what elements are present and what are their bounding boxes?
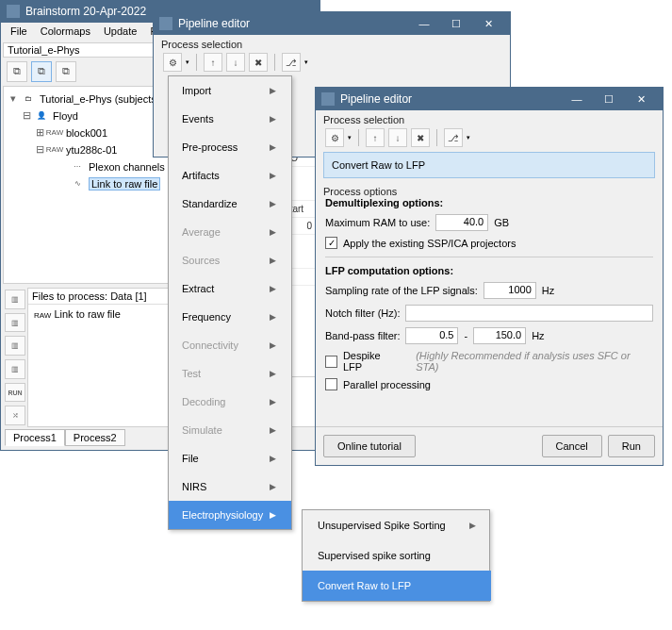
menu-item-frequency[interactable]: Frequency▶ — [169, 303, 291, 331]
run-button[interactable]: RUN — [5, 383, 25, 403]
menu-item-label: Sources — [182, 255, 220, 266]
pipeline-tree-icon[interactable]: ⎇ — [444, 128, 463, 147]
cancel-button[interactable]: Cancel — [542, 435, 602, 457]
online-tutorial-button[interactable]: Online tutorial — [323, 435, 416, 457]
move-up-icon[interactable]: ↑ — [204, 53, 222, 72]
gear-icon[interactable]: ⚙ — [325, 128, 344, 147]
db-conditions-button[interactable]: ⧉ — [56, 61, 76, 82]
max-ram-input[interactable]: 40.0 — [435, 214, 488, 231]
gear-icon[interactable]: ⚙ — [163, 53, 182, 72]
demux-heading: Demultiplexing options: — [325, 197, 653, 208]
menu-file[interactable]: File — [5, 24, 33, 39]
menu-item-label: Simulate — [182, 424, 222, 436]
side-btn-1[interactable]: ▥ — [5, 290, 25, 309]
side-btn-5[interactable]: ⤭ — [5, 406, 25, 425]
selected-process[interactable]: Convert Raw to LFP — [323, 152, 655, 178]
menu-item-events[interactable]: Events▶ — [169, 105, 291, 133]
notch-filter-input[interactable] — [405, 305, 653, 322]
tab-process2[interactable]: Process2 — [65, 429, 125, 446]
menu-item-label: NIRS — [182, 481, 206, 492]
submenu-arrow-icon: ▶ — [270, 312, 276, 322]
menu-item-label: Connectivity — [182, 340, 238, 351]
tree-block[interactable]: block001 — [66, 127, 107, 139]
tree-channels[interactable]: Plexon channels — [89, 161, 165, 173]
close-button[interactable]: ✕ — [472, 12, 504, 35]
submenu-item-supervised-spike-sorting[interactable]: Supervised spike sorting — [303, 540, 491, 571]
submenu-arrow-icon: ▶ — [270, 199, 276, 208]
max-ram-label: Maximum RAM to use: — [325, 217, 430, 228]
maximize-button[interactable]: ☐ — [440, 12, 472, 35]
electrophysiology-submenu: Unsupervised Spike Sorting▶Supervised sp… — [302, 509, 490, 602]
link-icon: ∿ — [68, 177, 87, 191]
apply-projectors-checkbox[interactable]: ✓ — [325, 237, 337, 249]
submenu-arrow-icon: ▶ — [270, 142, 276, 152]
file-list-item[interactable]: Link to raw file — [54, 308, 120, 320]
tree-root[interactable]: Tutorial_e-Phys (subjects) — [40, 93, 159, 105]
bandpass-sep: - — [464, 330, 467, 341]
submenu-arrow-icon: ▶ — [270, 397, 276, 406]
bandpass-high-input[interactable]: 150.0 — [473, 327, 526, 344]
run-button[interactable]: Run — [608, 435, 655, 457]
submenu-item-label: Unsupervised Spike Sorting — [318, 520, 446, 531]
menu-item-standardize[interactable]: Standardize▶ — [169, 190, 291, 218]
tree-subject[interactable]: Floyd — [53, 110, 78, 122]
remove-icon[interactable]: ✖ — [249, 53, 268, 72]
selected-process-label: Convert Raw to LFP — [332, 159, 425, 171]
submenu-arrow-icon: ▶ — [270, 227, 276, 237]
menu-item-sources: Sources▶ — [169, 246, 291, 274]
pipeline-editor-2: Pipeline editor — ☐ ✕ Process selection … — [315, 87, 664, 466]
side-btn-4[interactable]: ▥ — [5, 359, 25, 379]
db-subjects-button[interactable]: ⧉ — [31, 61, 52, 82]
despike-checkbox[interactable] — [325, 356, 337, 368]
menu-item-extract[interactable]: Extract▶ — [169, 274, 291, 303]
parallel-checkbox[interactable] — [325, 378, 337, 390]
menu-item-label: Artifacts — [182, 170, 220, 181]
db-view-button[interactable]: ⧉ — [7, 61, 27, 82]
menu-update[interactable]: Update — [98, 24, 142, 39]
menu-colormaps[interactable]: Colormaps — [35, 24, 96, 39]
pipeline-tree-icon[interactable]: ⎇ — [282, 53, 301, 72]
tab-process1[interactable]: Process1 — [5, 429, 65, 446]
parallel-label: Parallel processing — [343, 379, 431, 390]
submenu-arrow-icon: ▶ — [270, 454, 276, 463]
menu-item-label: Test — [182, 368, 201, 379]
side-btn-3[interactable]: ▥ — [5, 336, 25, 356]
process-selection-label: Process selection — [316, 110, 663, 125]
submenu-arrow-icon: ▶ — [469, 521, 476, 530]
window-title: Pipeline editor — [340, 92, 561, 106]
submenu-arrow-icon: ▶ — [270, 114, 276, 124]
titlebar: Pipeline editor — ☐ ✕ — [316, 88, 663, 110]
move-up-icon[interactable]: ↑ — [366, 128, 385, 147]
submenu-arrow-icon: ▶ — [270, 369, 276, 378]
tree-link-raw[interactable]: Link to raw file — [89, 177, 160, 191]
side-btn-2[interactable]: ▥ — [5, 313, 25, 333]
menu-item-artifacts[interactable]: Artifacts▶ — [169, 161, 291, 190]
menu-item-file[interactable]: File▶ — [169, 444, 291, 472]
menu-item-electrophysiology[interactable]: Electrophysiology▶ — [169, 501, 291, 529]
submenu-item-label: Convert Raw to LFP — [318, 580, 411, 591]
remove-icon[interactable]: ✖ — [411, 128, 430, 147]
move-down-icon[interactable]: ↓ — [388, 128, 407, 147]
menu-item-label: Import — [182, 85, 211, 96]
menu-item-nirs[interactable]: NIRS▶ — [169, 472, 291, 501]
submenu-item-convert-raw-to-lfp[interactable]: Convert Raw to LFP — [303, 571, 491, 601]
tree-condition[interactable]: ytu288c-01 — [66, 144, 117, 156]
brainstorm-icon — [7, 5, 20, 18]
menu-item-label: Decoding — [182, 396, 225, 407]
submenu-arrow-icon: ▶ — [270, 425, 276, 435]
menu-item-import[interactable]: Import▶ — [169, 76, 291, 105]
maximize-button[interactable]: ☐ — [593, 88, 625, 110]
minimize-button[interactable]: — — [561, 88, 593, 110]
sampling-rate-input[interactable]: 1000 — [484, 282, 536, 299]
bandpass-low-input[interactable]: 0.5 — [405, 327, 458, 344]
minimize-button[interactable]: — — [408, 12, 440, 35]
move-down-icon[interactable]: ↓ — [226, 53, 245, 72]
menu-item-pre-process[interactable]: Pre-process▶ — [169, 133, 291, 161]
close-button[interactable]: ✕ — [625, 88, 657, 110]
sampling-rate-label: Sampling rate of the LFP signals: — [325, 285, 478, 296]
menu-item-average: Average▶ — [169, 218, 291, 246]
submenu-item-unsupervised-spike-sorting[interactable]: Unsupervised Spike Sorting▶ — [303, 510, 491, 540]
menu-item-label: Frequency — [182, 311, 231, 323]
process-selection-label: Process selection — [154, 35, 510, 50]
despike-hint: (Highly Recommended if analysis uses SFC… — [416, 350, 653, 373]
